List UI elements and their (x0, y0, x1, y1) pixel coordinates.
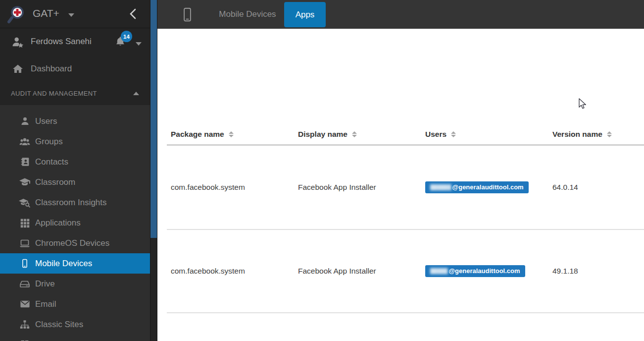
sidebar-submenu: Users Groups (0, 105, 150, 341)
user-email-chip[interactable]: ██████@generalaudittool.com (425, 181, 529, 193)
table-header-row: Package name Display name Users Version … (167, 130, 644, 146)
cell-display-name: Facebook App Installer (294, 267, 421, 276)
column-header-version-name[interactable]: Version name (548, 130, 644, 139)
sidebar-item-label: ChromeOS Devices (35, 238, 109, 248)
brand-title[interactable]: GAT+ (33, 7, 59, 19)
grid-icon (19, 218, 31, 228)
sidebar-scrollbar-thumb[interactable] (150, 0, 157, 238)
sidebar-item-label: Contacts (35, 157, 68, 167)
drive-icon (19, 278, 31, 290)
sidebar-item-classroom-insights[interactable]: Classroom Insights (0, 192, 150, 213)
sidebar-item-dashboard[interactable]: Dashboard (0, 56, 150, 82)
sidebar-item-label: Applications (35, 218, 81, 228)
sort-icon (607, 131, 612, 137)
sidebar-item-label: Classroom (35, 177, 75, 187)
sidebar-item-chromeos-devices[interactable]: ChromeOS Devices (0, 233, 150, 253)
sidebar-section-audit-management[interactable]: AUDIT AND MANAGEMENT (0, 82, 150, 105)
mobile-icon (19, 258, 31, 269)
column-label: Version name (552, 130, 602, 139)
envelope-icon (19, 298, 31, 310)
sort-icon (352, 131, 357, 137)
user-star-icon (11, 35, 25, 49)
user-name: Ferdows Sanehi (31, 37, 92, 47)
sidebar: GAT+ Ferdows Sanehi 14 Dashboard (0, 0, 150, 341)
cell-users: █████@generalaudittool.com (421, 265, 548, 277)
tab-apps[interactable]: Apps (284, 2, 326, 27)
user-icon (19, 116, 31, 126)
sidebar-header: GAT+ (0, 0, 150, 28)
sitemap-icon (19, 319, 31, 330)
sidebar-item-label: Users (35, 116, 57, 126)
sidebar-collapse-button[interactable] (129, 8, 136, 21)
column-label: Package name (171, 130, 224, 139)
column-header-display-name[interactable]: Display name (294, 130, 421, 139)
sidebar-item-mobile-devices[interactable]: Mobile Devices (0, 253, 150, 274)
topbar: Mobile Devices Apps (157, 0, 644, 29)
mobile-device-icon (183, 7, 192, 24)
user-menu[interactable]: Ferdows Sanehi 14 (0, 28, 150, 56)
sidebar-item-label: Groups (35, 137, 63, 147)
column-header-package-name[interactable]: Package name (167, 130, 294, 139)
brand-dropdown-caret-icon (68, 13, 74, 17)
user-email-chip[interactable]: █████@generalaudittool.com (425, 265, 525, 277)
laptop-icon (19, 237, 31, 249)
main-content: Mobile Devices Apps Package name Display… (157, 0, 644, 341)
cell-package-name: com.facebook.system (167, 267, 294, 276)
column-label: Display name (298, 130, 347, 139)
email-domain: @generalaudittool.com (452, 183, 524, 191)
cell-version-name: 64.0.14 (548, 183, 644, 192)
sidebar-item-label: Classic Sites (35, 320, 83, 330)
sidebar-item-label: Drive (35, 279, 55, 289)
sidebar-item-applications[interactable]: Applications (0, 213, 150, 233)
users-icon (19, 136, 31, 148)
apps-table: Package name Display name Users Version … (167, 130, 644, 313)
sidebar-item-users[interactable]: Users (0, 111, 150, 131)
sidebar-item-classroom[interactable]: Classroom (0, 172, 150, 192)
sidebar-item-label: Email (35, 299, 56, 309)
sites-icon (19, 340, 31, 341)
column-header-users[interactable]: Users (421, 130, 548, 139)
home-icon (12, 63, 24, 75)
sidebar-item-label: Classroom Insights (35, 198, 107, 208)
sidebar-item-drive[interactable]: Drive (0, 274, 150, 294)
sidebar-item-groups[interactable]: Groups (0, 131, 150, 152)
cell-version-name: 49.1.18 (548, 267, 644, 276)
redacted-username: █████ (430, 268, 447, 274)
table-row: com.facebook.system Facebook App Install… (167, 230, 644, 313)
email-domain: @generalaudittool.com (448, 267, 520, 275)
section-collapse-caret-icon (133, 92, 139, 95)
redacted-username: ██████ (430, 184, 451, 190)
sidebar-item-partial[interactable] (0, 335, 150, 341)
sort-icon (451, 131, 456, 137)
sidebar-item-label: Dashboard (31, 64, 72, 74)
sidebar-scrollbar[interactable] (150, 0, 157, 341)
sidebar-item-contacts[interactable]: Contacts (0, 152, 150, 172)
tab-mobile-devices[interactable]: Mobile Devices (203, 0, 292, 29)
table-row: com.facebook.system Facebook App Install… (167, 146, 644, 230)
sidebar-item-label: Mobile Devices (35, 259, 92, 269)
user-dropdown-caret-icon (136, 42, 142, 46)
sort-icon (229, 131, 234, 137)
column-label: Users (425, 130, 446, 139)
graduation-cap-icon (19, 176, 31, 188)
cell-package-name: com.facebook.system (167, 183, 294, 192)
cell-display-name: Facebook App Installer (294, 183, 421, 192)
cell-users: ██████@generalaudittool.com (421, 181, 548, 193)
graduation-cap-search-icon (19, 196, 31, 209)
gat-logo-icon (7, 5, 26, 26)
address-book-icon (19, 157, 31, 167)
notification-count-badge[interactable]: 14 (121, 31, 132, 42)
sidebar-item-classic-sites[interactable]: Classic Sites (0, 314, 150, 335)
sidebar-item-email[interactable]: Email (0, 294, 150, 314)
section-label: AUDIT AND MANAGEMENT (11, 90, 97, 97)
